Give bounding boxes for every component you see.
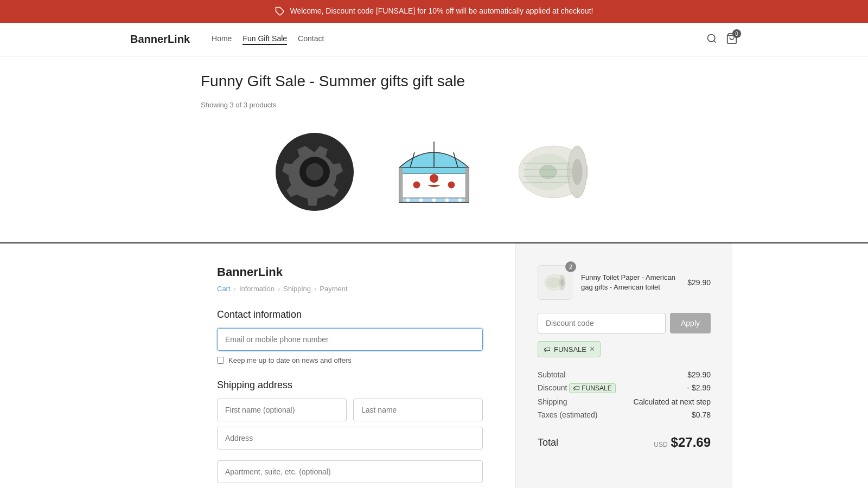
total-currency: USD [654, 441, 667, 448]
breadcrumb-sep-2: › [278, 285, 280, 293]
breadcrumb-sep-3: › [314, 285, 316, 293]
first-name-input[interactable] [217, 399, 347, 421]
nav-link-gift-sale[interactable]: Fun Gift Sale [242, 34, 287, 45]
tag-icon: 🏷 [544, 345, 551, 354]
checkout-store-name: BannerLink [217, 265, 483, 279]
svg-point-23 [572, 159, 582, 185]
nav-right: 0 [706, 33, 738, 46]
page-title: Funny Gift Sale - Summer gifts gift sale [201, 73, 667, 90]
address-input[interactable] [217, 427, 483, 450]
breadcrumb-cart[interactable]: Cart [217, 285, 231, 293]
banner-text: Welcome, Discount code [FUNSALE] for 10%… [290, 7, 593, 15]
apt-input[interactable] [217, 460, 483, 483]
total-line: Total USD $27.69 [538, 435, 711, 450]
applied-code: FUNSALE [554, 345, 586, 354]
discount-code-row: Apply [538, 313, 711, 333]
main-nav: BannerLink Home Fun Gift Sale Contact 0 [0, 23, 868, 56]
shipping-value: Calculated at next step [634, 397, 711, 406]
discount-code-badge: 🏷 FUNSALE [569, 383, 615, 393]
nav-links: Home Fun Gift Sale Contact [212, 34, 706, 45]
shipping-label: Shipping [538, 397, 567, 406]
email-input[interactable] [217, 328, 483, 351]
product-item-gear[interactable] [255, 118, 374, 226]
newsletter-row: Keep me up to date on news and offers [217, 356, 483, 364]
svg-point-1 [708, 35, 715, 42]
product-line: 2 Funny Toilet Paper - American gag gift… [538, 265, 711, 300]
svg-point-11 [413, 182, 420, 189]
cart-icon[interactable]: 0 [726, 33, 738, 46]
taxes-value: $0.78 [692, 410, 711, 419]
lower-section: BannerLink Cart › Information › Shipping… [108, 243, 760, 488]
order-summary: 2 Funny Toilet Paper - American gag gift… [515, 243, 732, 488]
svg-point-10 [430, 174, 438, 183]
discount-line: Discount 🏷 FUNSALE - $2.99 [538, 383, 711, 393]
total-amount: $27.69 [671, 435, 711, 450]
svg-point-16 [432, 198, 436, 202]
product-listing-section: Funny Gift Sale - Summer gifts gift sale… [190, 73, 678, 109]
product-price: $29.90 [687, 278, 711, 287]
discount-value: - $2.99 [687, 383, 711, 393]
svg-rect-19 [399, 168, 403, 202]
search-icon[interactable] [706, 33, 717, 46]
product-count: Showing 3 of 3 products [201, 101, 667, 109]
shipping-line: Shipping Calculated at next step [538, 397, 711, 406]
product-info: Funny Toilet Paper - American gag gifts … [581, 273, 679, 292]
apply-discount-button[interactable]: Apply [670, 313, 711, 333]
checkout-form: BannerLink Cart › Information › Shipping… [108, 243, 515, 488]
svg-point-29 [539, 165, 557, 179]
discount-label: Discount 🏷 FUNSALE [538, 383, 616, 393]
subtotal-line: Subtotal $29.90 [538, 370, 711, 379]
summary-lines: Subtotal $29.90 Discount 🏷 FUNSALE - $2.… [538, 370, 711, 419]
remove-discount-button[interactable]: × [590, 344, 595, 354]
products-row [190, 118, 678, 242]
total-right: USD $27.69 [654, 435, 711, 450]
svg-point-18 [458, 198, 462, 202]
taxes-line: Taxes (estimated) $0.78 [538, 410, 711, 419]
svg-point-6 [306, 163, 323, 181]
newsletter-label: Keep me up to date on news and offers [228, 356, 352, 364]
product-thumbnail: 2 [538, 265, 572, 300]
svg-point-15 [419, 198, 423, 202]
product-quantity-badge: 2 [565, 261, 576, 272]
contact-section-label: Contact information [217, 309, 483, 320]
applied-discount-tag: 🏷 FUNSALE × [538, 341, 601, 357]
discount-code-input[interactable] [538, 313, 666, 333]
breadcrumb-information: Information [239, 285, 275, 293]
breadcrumb-shipping: Shipping [283, 285, 311, 293]
breadcrumb-payment: Payment [320, 285, 347, 293]
shipping-section-label: Shipping address [217, 380, 483, 391]
last-name-input[interactable] [353, 399, 483, 421]
breadcrumb-sep-1: › [234, 285, 236, 293]
svg-point-32 [560, 279, 564, 286]
total-label: Total [538, 437, 558, 448]
breadcrumb: Cart › Information › Shipping › Payment [217, 285, 483, 293]
taxes-label: Taxes (estimated) [538, 410, 597, 419]
promo-banner: Welcome, Discount code [FUNSALE] for 10%… [0, 0, 868, 23]
cart-badge: 0 [732, 29, 741, 38]
svg-point-12 [448, 182, 455, 189]
newsletter-checkbox[interactable] [217, 357, 224, 364]
product-item-market[interactable] [374, 118, 494, 226]
svg-point-33 [546, 277, 560, 288]
name-row [217, 399, 483, 421]
svg-point-14 [406, 198, 410, 202]
svg-point-17 [445, 198, 449, 202]
product-item-toilet-paper[interactable] [494, 118, 613, 226]
summary-divider [538, 427, 711, 427]
svg-rect-20 [465, 168, 469, 202]
svg-line-2 [714, 41, 716, 43]
product-name: Funny Toilet Paper - American gag gifts … [581, 273, 679, 292]
svg-rect-8 [399, 168, 469, 174]
nav-logo[interactable]: BannerLink [130, 33, 190, 46]
subtotal-label: Subtotal [538, 370, 565, 379]
nav-link-contact[interactable]: Contact [298, 34, 324, 45]
nav-link-home[interactable]: Home [212, 34, 232, 45]
subtotal-value: $29.90 [687, 370, 711, 379]
